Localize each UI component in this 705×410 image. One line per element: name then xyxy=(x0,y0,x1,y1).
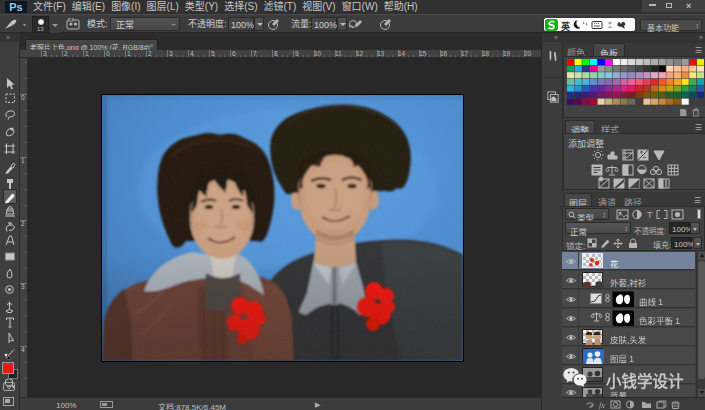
svg-text:T: T xyxy=(647,210,653,220)
svg-text:13: 13 xyxy=(377,50,385,57)
svg-text:1: 1 xyxy=(21,157,25,164)
svg-text:2: 2 xyxy=(21,220,25,227)
svg-text:18: 18 xyxy=(482,50,490,57)
svg-text:0: 0 xyxy=(21,94,25,101)
svg-text:4: 4 xyxy=(21,346,25,353)
svg-text:19: 19 xyxy=(503,50,511,57)
svg-text:20: 20 xyxy=(524,50,532,57)
svg-text:12: 12 xyxy=(356,50,364,57)
svg-text:14: 14 xyxy=(398,50,406,57)
svg-text:15: 15 xyxy=(419,50,427,57)
svg-text:11: 11 xyxy=(335,50,342,57)
svg-text:10: 10 xyxy=(314,50,322,57)
svg-text:3: 3 xyxy=(21,283,25,290)
svg-text:fx: fx xyxy=(599,401,605,409)
svg-text:17: 17 xyxy=(461,50,469,57)
svg-text:16: 16 xyxy=(440,50,448,57)
